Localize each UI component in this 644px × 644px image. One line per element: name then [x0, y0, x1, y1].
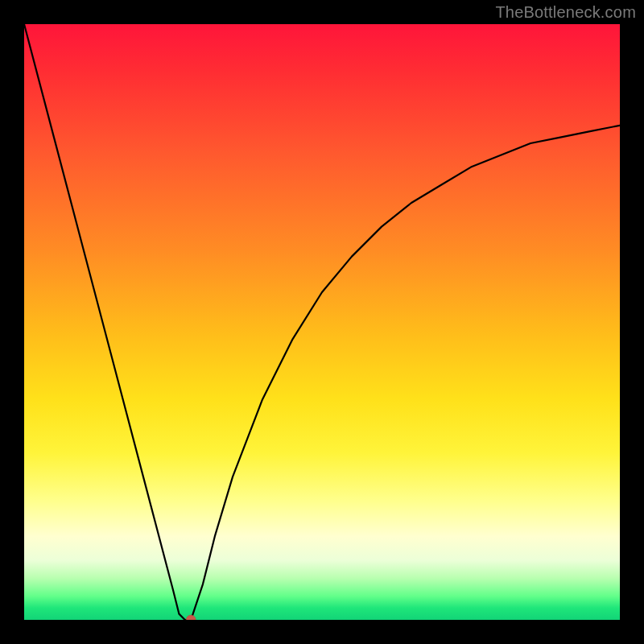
bottleneck-plot [24, 24, 620, 620]
chart-frame: TheBottleneck.com [0, 0, 644, 644]
plot-area [24, 24, 620, 620]
bottleneck-curve [24, 24, 620, 620]
watermark-text: TheBottleneck.com [495, 3, 636, 22]
minimum-marker [186, 615, 196, 620]
